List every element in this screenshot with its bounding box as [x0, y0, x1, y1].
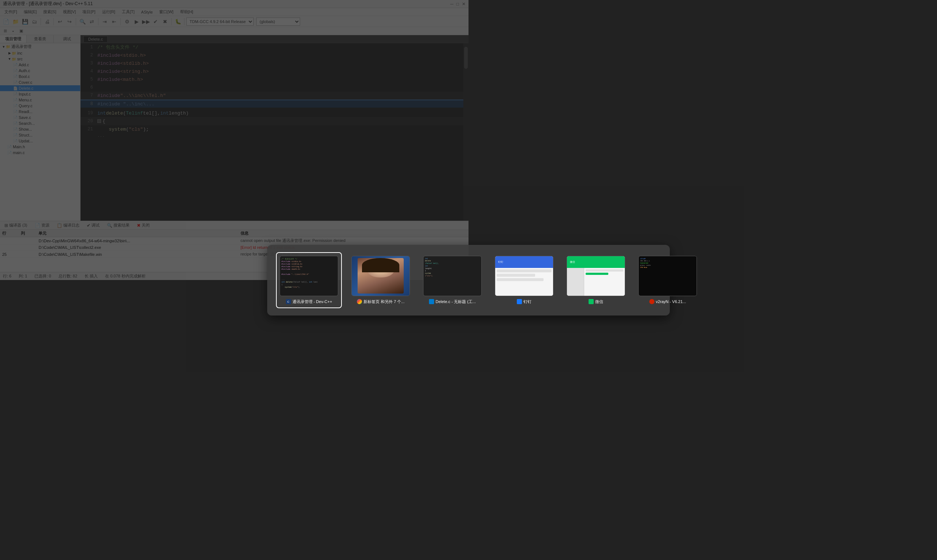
task-thumb-vscode: int delete (Telinf tel[], int length) { …: [423, 256, 469, 280]
task-thumb-devcpp: /* 包含头文件 */ #include <stdio.h> #include …: [280, 256, 338, 280]
task-switcher: /* 包含头文件 */ #include <stdio.h> #include …: [267, 245, 469, 280]
task-thumb-chrome: [351, 256, 410, 280]
task-item-vscode[interactable]: int delete (Telinf tel[], int length) { …: [420, 252, 469, 280]
task-item-chrome[interactable]: 新标签页 和另外 7 个...: [348, 252, 414, 280]
task-switcher-overlay[interactable]: /* 包含头文件 */ #include <stdio.h> #include …: [0, 0, 469, 280]
task-item-devcpp[interactable]: /* 包含头文件 */ #include <stdio.h> #include …: [276, 252, 342, 280]
